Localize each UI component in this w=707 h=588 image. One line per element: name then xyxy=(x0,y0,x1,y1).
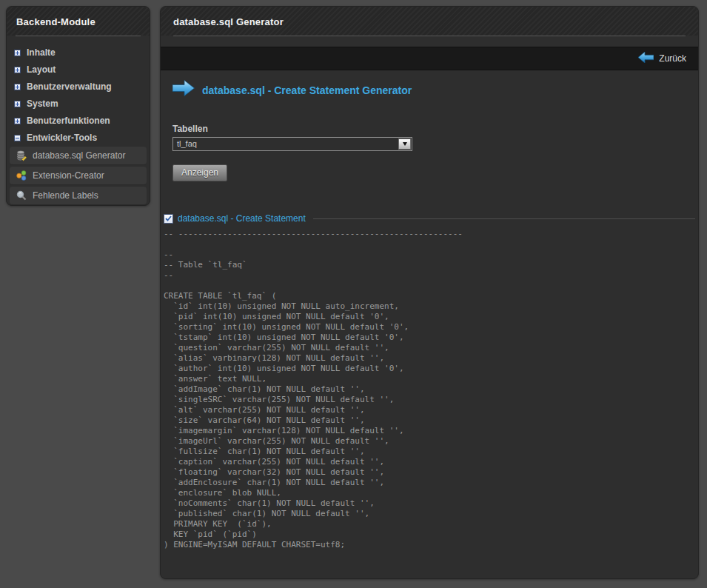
main-header: database.sql Generator xyxy=(161,7,698,36)
sidebar-item-extension-creator[interactable]: Extension-Creator xyxy=(10,167,147,185)
extension-icon xyxy=(16,170,27,181)
heading-text: database.sql - Create Statement Generato… xyxy=(202,84,412,96)
expand-icon[interactable] xyxy=(14,118,21,124)
sidebar-header: Backend-Module xyxy=(7,7,150,36)
sidebar-group-label: Entwickler-Tools xyxy=(27,133,97,143)
sidebar-item-label: Extension-Creator xyxy=(33,170,104,181)
toggle-fieldset-checkbox[interactable] xyxy=(164,214,173,224)
expand-icon[interactable] xyxy=(14,50,21,56)
sidebar-group-inhalte[interactable]: Inhalte xyxy=(7,44,150,61)
sidebar-title: Backend-Module xyxy=(16,16,140,27)
select-dropdown-button[interactable] xyxy=(398,138,411,150)
sidebar-group-benutzerverwaltung[interactable]: Benutzerverwaltung xyxy=(7,78,150,96)
tables-label: Tabellen xyxy=(172,124,686,134)
sidebar-group-layout[interactable]: Layout xyxy=(7,61,150,78)
sidebar-group-label: Benutzerfunktionen xyxy=(27,116,110,126)
legend-line xyxy=(313,218,695,219)
sidebar-group-label: Benutzerverwaltung xyxy=(27,81,112,92)
checkmark-icon xyxy=(165,216,172,221)
chevron-down-icon xyxy=(403,142,407,146)
sidebar-group-label: Inhalte xyxy=(27,47,56,58)
expand-icon[interactable] xyxy=(14,84,21,90)
sql-output: -- -------------------------------------… xyxy=(164,229,695,550)
sidebar-nav: InhalteLayoutBenutzerverwaltungSystemBen… xyxy=(7,36,150,213)
tables-select-value: tl_faq xyxy=(173,138,412,150)
expand-icon[interactable] xyxy=(14,101,21,107)
result-legend-row: database.sql - Create Statement xyxy=(164,213,695,224)
main-header-divider xyxy=(173,36,686,36)
page-title: database.sql Generator xyxy=(173,16,686,27)
expand-icon[interactable] xyxy=(14,67,21,73)
main-heading: database.sql - Create Statement Generato… xyxy=(172,80,686,101)
sidebar-group-entwickler-tools[interactable]: Entwickler-Tools xyxy=(7,130,150,147)
sidebar-item-fehlende-labels[interactable]: Fehlende Labels xyxy=(10,187,147,205)
result-fieldset: database.sql - Create Statement -- -----… xyxy=(164,213,695,550)
sidebar-item-label: Fehlende Labels xyxy=(33,190,98,201)
main-panel: database.sql Generator Zurück xyxy=(160,6,699,579)
anzeigen-button[interactable]: Anzeigen xyxy=(172,164,227,181)
main-content: database.sql - Create Statement Generato… xyxy=(161,70,698,550)
back-label: Zurück xyxy=(659,53,686,64)
sidebar-group-label: System xyxy=(27,98,58,109)
sidebar-item-database-sql-generator[interactable]: database.sql Generator xyxy=(10,147,147,165)
back-bar: Zurück xyxy=(161,47,698,70)
sidebar-group-system[interactable]: System xyxy=(7,96,150,113)
tables-select[interactable]: tl_faq xyxy=(172,137,412,151)
fieldset-legend[interactable]: database.sql - Create Statement xyxy=(178,213,306,224)
sidebar-item-label: database.sql Generator xyxy=(33,150,125,161)
collapse-icon[interactable] xyxy=(14,135,21,141)
sidebar-group-label: Layout xyxy=(27,64,56,75)
heading-arrow-icon xyxy=(172,80,195,101)
sidebar: Backend-Module InhalteLayoutBenutzerverw… xyxy=(6,6,150,206)
back-button[interactable]: Zurück xyxy=(638,52,686,65)
sidebar-group-benutzerfunktionen[interactable]: Benutzerfunktionen xyxy=(7,113,150,130)
back-arrow-icon xyxy=(638,52,654,65)
database-icon xyxy=(16,150,27,161)
search-icon xyxy=(16,190,27,201)
